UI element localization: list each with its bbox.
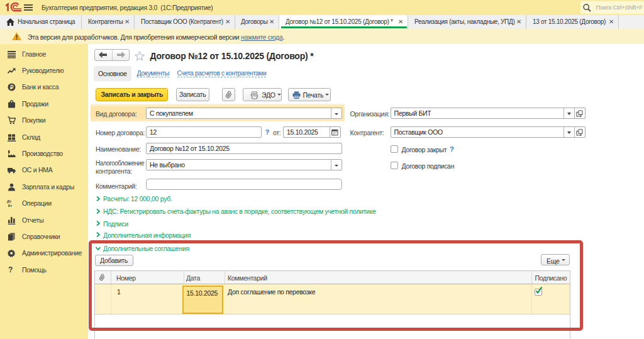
svg-text:₽: ₽: [10, 84, 14, 91]
